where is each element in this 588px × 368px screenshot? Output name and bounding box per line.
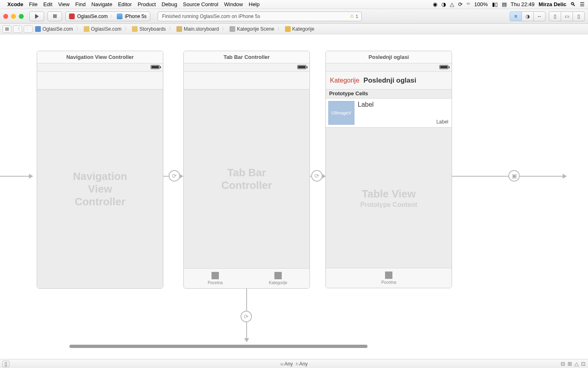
crumb-storyboards[interactable]: Storyboards	[131, 26, 167, 32]
align-button[interactable]: ⊟	[561, 361, 565, 367]
menu-help[interactable]: Help	[249, 1, 260, 7]
spotlight-icon[interactable]: 🔍︎	[570, 1, 576, 7]
scene-body: Navigation View Controller	[37, 90, 163, 288]
stop-button[interactable]	[47, 11, 62, 21]
segue-icon[interactable]: ⟳	[169, 170, 180, 182]
flag-icon[interactable]: ▤	[502, 1, 507, 7]
crumb-scene[interactable]: Kategorije Scene	[229, 26, 275, 32]
status-bar	[326, 63, 452, 72]
scheme-device: iPhone 5s	[125, 13, 147, 19]
warning-badge[interactable]: ⚠ 1	[350, 13, 358, 19]
scene-poslednji-oglasi[interactable]: Poslednji oglasi Kategorije Poslednji og…	[325, 51, 452, 288]
run-button[interactable]	[29, 11, 44, 21]
chevron-right-icon: 〉	[110, 13, 114, 19]
forward-button[interactable]: 〉	[24, 25, 33, 33]
crumb-project[interactable]: OglasiSe.com	[34, 26, 74, 32]
scene-navigation-controller[interactable]: Navigation View Controller Navigation Vi…	[37, 51, 163, 289]
viber-icon[interactable]: ◉	[433, 1, 437, 7]
zoom-button[interactable]	[19, 14, 24, 19]
project-icon	[35, 26, 41, 32]
minimize-button[interactable]	[11, 14, 16, 19]
scene-icon	[229, 26, 235, 32]
menu-file[interactable]: File	[29, 1, 38, 7]
navigation-bar	[37, 72, 163, 90]
menu-source-control[interactable]: Source Control	[183, 1, 218, 7]
menu-edit[interactable]: Edit	[43, 1, 52, 7]
window-controls	[3, 14, 24, 19]
project-icon	[69, 13, 75, 19]
mac-menubar: Xcode File Edit View Find Navigate Edito…	[0, 0, 588, 9]
status-bar	[184, 63, 310, 72]
battery-icon: ▮▯	[492, 1, 498, 7]
battery-percent: 100%	[474, 1, 488, 7]
tab-icon	[212, 272, 219, 279]
sync-icon[interactable]: ⟳	[458, 1, 463, 7]
standard-editor-button[interactable]: ≡	[510, 11, 522, 21]
crumb-folder[interactable]: OglasiSe.com	[83, 26, 122, 32]
dnd-icon[interactable]: ◑	[441, 1, 446, 7]
cell-imageview: UIImageV	[328, 101, 354, 125]
placeholder-text: Table View Prototype Content	[360, 187, 417, 208]
menu-debug[interactable]: Debug	[162, 1, 177, 7]
jump-bar: ▦ 〈 〉 OglasiSe.com 〉 OglasiSe.com 〉 Stor…	[0, 24, 588, 34]
assistant-editor-button[interactable]: ◑	[521, 11, 534, 21]
nav-back-button[interactable]: Kategorije	[330, 77, 359, 84]
notification-icon[interactable]: ☰	[580, 1, 585, 7]
scene-body: Table View Prototype Content	[326, 128, 452, 268]
outline-toggle[interactable]: ▯	[2, 361, 9, 367]
navigation-bar	[184, 72, 310, 90]
battery-icon	[439, 65, 448, 69]
scheme-project: OglasiSe.com	[77, 13, 108, 19]
app-name[interactable]: Xcode	[7, 1, 23, 7]
device-icon	[117, 13, 122, 19]
scheme-selector[interactable]: OglasiSe.com 〉 iPhone 5s	[65, 11, 150, 21]
menu-view[interactable]: View	[58, 1, 69, 7]
tab-pocetna[interactable]: Pocetna	[326, 268, 452, 288]
segue-icon[interactable]: ⟳	[311, 170, 323, 182]
version-editor-button[interactable]: ↔	[533, 11, 546, 21]
size-class-control[interactable]: wAny hAny	[281, 361, 308, 367]
activity-viewer: Finished running OglasiSe.com on iPhone …	[158, 11, 362, 21]
menu-product[interactable]: Product	[138, 1, 156, 7]
menu-navigate[interactable]: Navigate	[91, 1, 112, 7]
related-items-button[interactable]: ▦	[2, 25, 11, 33]
placeholder-text: Tab Bar Controller	[215, 166, 278, 192]
resize-button[interactable]: ⊡	[581, 361, 586, 367]
crumb-storyboard[interactable]: Main.storyboard	[176, 26, 220, 32]
crumb-object[interactable]: Kategorije	[284, 26, 315, 32]
tab-bar: Pocetna Kategorije	[184, 268, 310, 288]
user-name[interactable]: Mirza Delic	[539, 1, 566, 7]
pin-button[interactable]: ⊞	[568, 361, 572, 367]
wifi-icon[interactable]: ⌔	[467, 1, 470, 7]
close-button[interactable]	[3, 14, 8, 19]
folder-icon	[84, 26, 89, 32]
utilities-toggle[interactable]: ▯	[572, 11, 585, 21]
menu-editor[interactable]: Editor	[118, 1, 132, 7]
cell-label: Label	[358, 101, 374, 125]
object-icon	[285, 26, 291, 32]
storyboard-canvas[interactable]: Navigation View Controller Navigation Vi…	[0, 34, 588, 359]
panel-toggle-segment: ▯ ▭ ▯	[549, 11, 585, 21]
back-button[interactable]: 〈	[13, 25, 22, 33]
chevron-icon: 〉	[76, 25, 81, 32]
xcode-toolbar: OglasiSe.com 〉 iPhone 5s Finished runnin…	[0, 9, 588, 24]
cell-label-secondary: Label	[437, 119, 448, 125]
horizontal-scrollbar[interactable]	[69, 345, 368, 348]
navigator-toggle[interactable]: ▯	[549, 11, 561, 21]
menu-window[interactable]: Window	[224, 1, 243, 7]
scene-title: Navigation View Controller	[37, 51, 163, 63]
tab-pocetna[interactable]: Pocetna	[184, 269, 247, 288]
scene-tabbar-controller[interactable]: Tab Bar Controller Tab Bar Controller Po…	[183, 51, 310, 289]
drive-icon[interactable]: △	[450, 1, 454, 7]
scene-body: Tab Bar Controller	[184, 90, 310, 268]
resolve-button[interactable]: △	[575, 361, 579, 367]
debug-toggle[interactable]: ▭	[561, 11, 573, 21]
segue-icon[interactable]: ▣	[508, 170, 520, 182]
segue-icon[interactable]: ⟳	[241, 311, 252, 322]
menu-find[interactable]: Find	[75, 1, 85, 7]
scene-title: Tab Bar Controller	[184, 51, 310, 63]
clock[interactable]: Thu 22:49	[511, 1, 535, 7]
battery-icon	[151, 65, 160, 69]
tab-kategorije[interactable]: Kategorije	[247, 269, 310, 288]
prototype-cell[interactable]: UIImageV Label Label	[326, 99, 452, 128]
